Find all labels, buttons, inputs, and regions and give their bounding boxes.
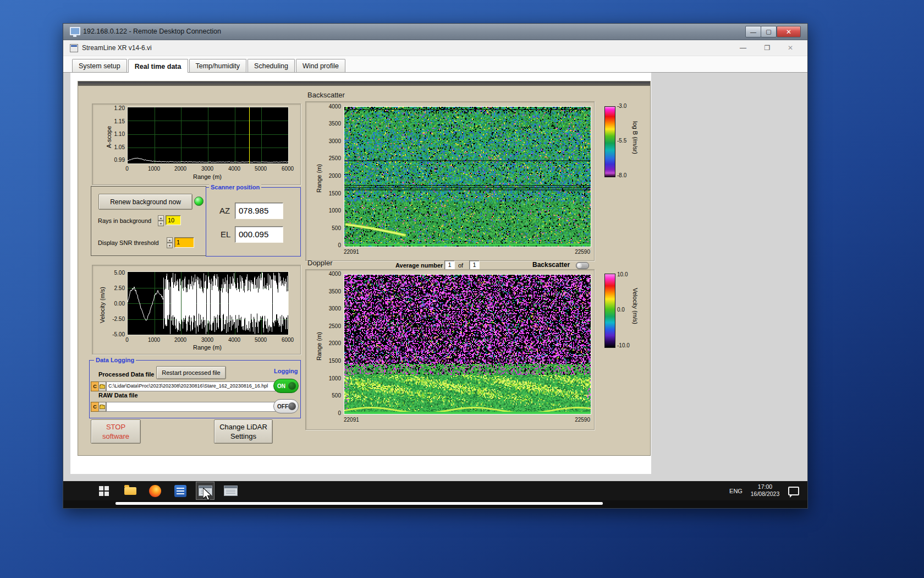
- toggle-knob: [288, 382, 296, 390]
- velocity-ytick: 0.00: [101, 301, 125, 307]
- file-explorer-button[interactable]: [122, 482, 139, 499]
- spinner-down-icon[interactable]: ▼: [158, 221, 164, 226]
- average-number-label: Average number: [395, 262, 443, 269]
- velocity-xtick: 1000: [142, 337, 166, 343]
- tab-scheduling[interactable]: Scheduling: [248, 59, 295, 72]
- firefox-button[interactable]: [146, 482, 164, 499]
- tab-system-setup[interactable]: System setup: [72, 59, 127, 72]
- ascope-xtick: 5000: [249, 166, 273, 172]
- start-button[interactable]: [95, 482, 113, 499]
- average-number-field[interactable]: 1: [444, 260, 455, 270]
- backscatter-display-toggle[interactable]: [576, 262, 589, 269]
- ascope-xtick: 4000: [222, 166, 246, 172]
- rdp-close-button[interactable]: ✕: [777, 26, 801, 37]
- doppler-ytick: 2000: [306, 340, 341, 346]
- average-of-field[interactable]: 1: [469, 260, 480, 270]
- file-explorer-icon: [124, 487, 136, 495]
- app-restore-button[interactable]: ❐: [756, 40, 779, 56]
- spinner-down-icon[interactable]: ▼: [167, 243, 173, 248]
- rdp-minimize-button[interactable]: —: [745, 26, 761, 37]
- real-time-data-panel: A-scope 1.20 1.15 1.10 1.05 0.99 0 1000 …: [78, 81, 651, 456]
- clock-time: 17:00: [745, 483, 785, 490]
- raw-path-field[interactable]: [106, 402, 276, 412]
- folder-icon: [100, 385, 105, 389]
- rays-in-background-field[interactable]: 10: [166, 215, 181, 225]
- el-field[interactable]: 000.095: [235, 226, 283, 243]
- clock-date: 16/08/2023: [745, 490, 785, 498]
- toggle-knob: [288, 402, 296, 410]
- backscatter-ytick: 1500: [306, 190, 341, 197]
- ascope-xtick: 1000: [142, 166, 166, 172]
- velocity-xtick: 2000: [168, 337, 193, 343]
- raw-logging-toggle[interactable]: OFF: [273, 399, 299, 413]
- tab-wind-profile[interactable]: Wind profile: [296, 59, 345, 72]
- spinner-up-icon[interactable]: ▲: [167, 237, 173, 243]
- browse-raw-folder-button[interactable]: [98, 402, 106, 412]
- browse-processed-folder-button[interactable]: [98, 381, 106, 391]
- velocity-xtick: 0: [115, 337, 139, 343]
- velocity-xtick: 6000: [276, 337, 300, 343]
- renew-background-led: [194, 197, 204, 206]
- ascope-ytick: 1.10: [101, 131, 125, 137]
- notification-icon[interactable]: [788, 487, 799, 495]
- horizontal-scrollbar[interactable]: [116, 502, 603, 505]
- doppler-ytick: 2500: [306, 323, 341, 329]
- doppler-cbar-label: Velocity (m/s): [632, 288, 639, 324]
- data-logging-cluster: Data Logging Processed Data file Restart…: [89, 360, 301, 418]
- tab-bar: System setup Real time data Temp/humidit…: [63, 56, 807, 73]
- restart-processed-file-button[interactable]: Restart processed file: [156, 366, 226, 379]
- ascope-xlabel: Range (m): [169, 173, 246, 180]
- doppler-ytick: 4000: [306, 271, 341, 277]
- backscatter-ytick: 500: [306, 225, 341, 231]
- az-field[interactable]: 078.985: [235, 203, 283, 219]
- tab-real-time-data[interactable]: Real time data: [128, 59, 188, 73]
- scan-window-button-2[interactable]: [222, 482, 239, 499]
- background-controls-box: Renew background now Rays in background …: [91, 186, 206, 256]
- raw-data-file-label: RAW Data file: [98, 392, 138, 399]
- processed-path-field[interactable]: C:\Lidar\Data\Proc\2023\202308\20230816\…: [106, 381, 276, 391]
- snr-spinner[interactable]: ▲ ▼: [167, 237, 173, 248]
- rays-spinner[interactable]: ▲ ▼: [158, 215, 164, 226]
- backscatter-ytick: 3000: [306, 138, 341, 144]
- app-minimize-button[interactable]: —: [732, 40, 755, 56]
- drive-letter-box: C: [91, 381, 99, 391]
- backscatter-x-start: 22091: [344, 249, 399, 255]
- ascope-group: A-scope 1.20 1.15 1.10 1.05 0.99 0 1000 …: [92, 103, 301, 185]
- stop-software-button[interactable]: STOP software: [91, 419, 141, 444]
- toggle-off-label: OFF: [277, 403, 288, 410]
- app-close-button[interactable]: ✕: [779, 40, 802, 56]
- doppler-ytick: 3000: [306, 306, 341, 312]
- remote-desktop-icon: [70, 27, 80, 35]
- backscatter-ytick: 4000: [306, 103, 341, 110]
- spinner-up-icon[interactable]: ▲: [158, 215, 164, 221]
- of-label: of: [458, 262, 463, 269]
- desktop: 192.168.0.122 - Remote Desktop Connectio…: [0, 0, 924, 578]
- data-logging-title: Data Logging: [94, 356, 136, 364]
- clock[interactable]: 17:00 16/08/2023: [745, 483, 785, 498]
- rdp-window: 192.168.0.122 - Remote Desktop Connectio…: [63, 23, 808, 509]
- change-lidar-settings-button[interactable]: Change LiDAR Settings: [214, 419, 273, 444]
- backscatter-cbar-tick: -3.0: [617, 103, 641, 110]
- stop-software-line2: software: [102, 432, 129, 441]
- velocity-xtick: 5000: [249, 337, 273, 343]
- blue-app-button[interactable]: [172, 482, 189, 499]
- language-indicator[interactable]: ENG: [725, 481, 747, 500]
- doppler-x-end: 22590: [535, 417, 590, 423]
- rdp-titlebar[interactable]: 192.168.0.122 - Remote Desktop Connectio…: [63, 24, 807, 40]
- rays-in-background-label: Rays in background: [98, 217, 151, 224]
- app-titlebar[interactable]: StreamLine XR v14-6.vi — ❐ ✕: [63, 40, 807, 56]
- velocity-ytick: 5.00: [101, 270, 125, 276]
- rdp-window-title: 192.168.0.122 - Remote Desktop Connectio…: [83, 28, 221, 35]
- backscatter-ytick: 3500: [306, 121, 341, 127]
- doppler-ytick: 1500: [306, 358, 341, 364]
- scanner-position-cluster: Scanner position AZ 078.985 EL 000.095: [206, 187, 301, 257]
- processed-logging-toggle[interactable]: ON: [273, 379, 299, 393]
- front-panel: A-scope 1.20 1.15 1.10 1.05 0.99 0 1000 …: [70, 73, 651, 474]
- tab-temp-humidity[interactable]: Temp/humidity: [189, 59, 247, 72]
- snr-threshold-field[interactable]: 1: [174, 237, 194, 248]
- el-label: EL: [221, 230, 230, 239]
- renew-background-button[interactable]: Renew background now: [98, 194, 193, 210]
- backscatter-ytick: 2000: [306, 173, 341, 179]
- rdp-maximize-button[interactable]: ▢: [761, 26, 777, 37]
- doppler-title: Doppler: [307, 259, 333, 267]
